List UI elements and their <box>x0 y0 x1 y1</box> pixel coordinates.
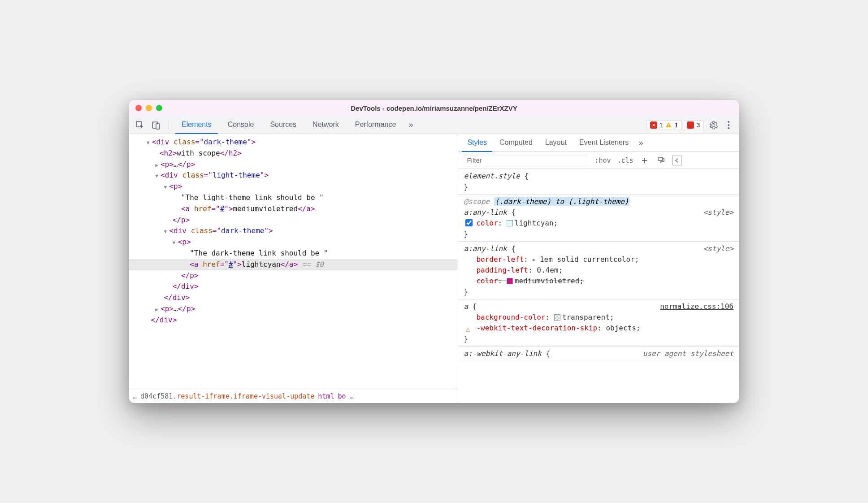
filter-input[interactable] <box>463 155 588 166</box>
rule-scope[interactable]: @scope (.dark-theme) to (.light-theme) a… <box>458 195 739 242</box>
svg-point-7 <box>728 124 729 126</box>
dom-node[interactable]: ▼<p> <box>129 237 458 248</box>
dom-node[interactable]: "The light-theme link should be " <box>129 192 458 204</box>
svg-rect-4 <box>668 124 669 126</box>
divider <box>169 120 169 130</box>
rule-a[interactable]: a { normalize.css:106 background-color: … <box>458 299 739 347</box>
tab-network[interactable]: Network <box>306 116 345 134</box>
minimize-button[interactable] <box>146 105 152 111</box>
paint-icon[interactable] <box>656 156 666 165</box>
dom-node[interactable]: </p> <box>129 270 458 282</box>
tab-layout[interactable]: Layout <box>540 134 572 152</box>
expand-shorthand-icon[interactable]: ▶ <box>533 257 536 263</box>
dom-node-selected[interactable]: <a href="#">lightcyan</a> == $0 <box>129 259 458 270</box>
breadcrumb-overflow[interactable]: … <box>133 392 137 400</box>
expand-icon[interactable]: ▼ <box>164 228 169 235</box>
css-declaration[interactable]: color: lightcyan; <box>464 218 733 229</box>
tab-console[interactable]: Console <box>221 116 260 134</box>
tab-elements[interactable]: Elements <box>175 116 218 134</box>
color-swatch[interactable] <box>507 220 513 226</box>
dom-node[interactable]: "The dark-theme link should be " <box>129 248 458 259</box>
dom-tree[interactable]: ▼<div class="dark-theme"> <h2>with scope… <box>129 134 458 389</box>
new-style-rule-icon[interactable]: + <box>640 156 650 165</box>
rule-ua[interactable]: a:-webkit-any-link { user agent styleshe… <box>458 347 739 361</box>
breadcrumb-item[interactable]: bo <box>338 392 346 400</box>
tab-computed[interactable]: Computed <box>494 134 538 152</box>
dom-node[interactable]: ▼<div class="light-theme"> <box>129 170 458 181</box>
dom-node[interactable]: ▶<p>…</p> <box>129 159 458 170</box>
expand-icon[interactable]: ▼ <box>155 172 161 180</box>
dom-node[interactable]: </p> <box>129 215 458 226</box>
styles-filter-row: :hov .cls + <box>458 152 739 169</box>
rule-anylink[interactable]: a:any-link { <style> border-left: ▶ 1em … <box>458 242 739 299</box>
more-tabs-icon[interactable]: » <box>406 120 416 130</box>
breadcrumb-item[interactable]: d04cf581.result-iframe.iframe-visual-upd… <box>140 392 314 400</box>
svg-rect-5 <box>668 126 669 127</box>
dom-node[interactable]: <h2>with scope</h2> <box>129 148 458 159</box>
tab-sources[interactable]: Sources <box>264 116 303 134</box>
traffic-lights <box>135 105 162 111</box>
styles-tabs: Styles Computed Layout Event Listeners » <box>458 134 739 152</box>
kebab-menu-icon[interactable] <box>723 119 734 131</box>
styles-panel: Styles Computed Layout Event Listeners »… <box>458 134 739 403</box>
css-declaration[interactable]: background-color: transparent; <box>464 312 733 323</box>
breadcrumb-overflow[interactable]: … <box>350 392 354 400</box>
device-toggle-icon[interactable] <box>150 119 162 131</box>
maximize-button[interactable] <box>156 105 162 111</box>
rule-element-style[interactable]: element.style { } <box>458 169 739 195</box>
elements-panel: ▼<div class="dark-theme"> <h2>with scope… <box>129 134 458 403</box>
expand-icon[interactable]: ▼ <box>164 183 169 191</box>
tab-styles[interactable]: Styles <box>462 134 492 152</box>
source-link[interactable]: <style> <box>703 207 733 218</box>
expand-icon[interactable]: ▼ <box>147 139 152 147</box>
warning-icon: ⚠ <box>465 324 470 335</box>
svg-point-8 <box>728 127 729 129</box>
breadcrumb[interactable]: … d04cf581.result-iframe.iframe-visual-u… <box>129 389 458 403</box>
dom-node[interactable]: ▼<div class="dark-theme"> <box>129 225 458 237</box>
expand-icon[interactable]: ▶ <box>155 161 161 169</box>
window-title: DevTools - codepen.io/miriamsuzanne/pen/… <box>129 104 739 112</box>
tab-event-listeners[interactable]: Event Listeners <box>574 134 634 152</box>
css-declaration[interactable]: padding-left: 0.4em; <box>464 265 733 276</box>
css-declaration[interactable]: border-left: ▶ 1em solid currentcolor; <box>464 254 733 265</box>
computed-sidebar-icon[interactable] <box>672 156 682 165</box>
settings-icon[interactable] <box>707 119 719 131</box>
error-icon <box>650 121 657 129</box>
color-swatch[interactable] <box>507 278 513 284</box>
source-link[interactable]: <style> <box>703 243 733 254</box>
source-link[interactable]: normalize.css:106 <box>660 301 733 312</box>
hov-toggle[interactable]: :hov <box>595 156 611 165</box>
toggle-prop-checkbox[interactable] <box>465 219 473 226</box>
close-button[interactable] <box>135 105 142 111</box>
error-warning-badges[interactable]: 1 1 3 <box>646 120 704 130</box>
inspect-icon[interactable] <box>134 119 146 131</box>
main-content: ▼<div class="dark-theme"> <h2>with scope… <box>129 134 739 403</box>
expand-icon[interactable]: ▶ <box>155 306 161 313</box>
breadcrumb-item[interactable]: html <box>318 392 334 400</box>
svg-point-6 <box>728 121 729 123</box>
devtools-window: DevTools - codepen.io/miriamsuzanne/pen/… <box>129 100 739 403</box>
titlebar: DevTools - codepen.io/miriamsuzanne/pen/… <box>129 100 739 116</box>
warning-count: 1 <box>674 121 678 129</box>
warning-icon <box>665 121 672 129</box>
css-declaration-overridden[interactable]: color: mediumvioletred; <box>464 276 733 286</box>
dom-node[interactable]: </div> <box>129 292 458 304</box>
main-toolbar: Elements Console Sources Network Perform… <box>129 116 739 134</box>
cls-toggle[interactable]: .cls <box>617 156 634 165</box>
expand-icon[interactable]: ▼ <box>173 239 178 247</box>
svg-rect-9 <box>658 157 663 160</box>
issues-count: 3 <box>696 121 700 129</box>
dom-node[interactable]: </div> <box>129 281 458 292</box>
color-swatch[interactable] <box>554 314 560 321</box>
dom-node[interactable]: ▶<p>…</p> <box>129 304 458 315</box>
more-styles-tabs-icon[interactable]: » <box>636 138 646 147</box>
svg-rect-2 <box>156 124 160 129</box>
issues-icon <box>687 121 694 129</box>
dom-node[interactable]: ▼<p> <box>129 181 458 192</box>
dom-node[interactable]: <a href="#">mediumvioletred</a> <box>129 204 458 215</box>
tab-performance[interactable]: Performance <box>349 116 403 134</box>
dom-node[interactable]: </div> <box>129 315 458 326</box>
css-declaration-invalid[interactable]: ⚠-webkit-text-decoration-skip: objects; <box>464 323 733 334</box>
error-count: 1 <box>660 121 663 129</box>
dom-node[interactable]: ▼<div class="dark-theme"> <box>129 137 458 148</box>
